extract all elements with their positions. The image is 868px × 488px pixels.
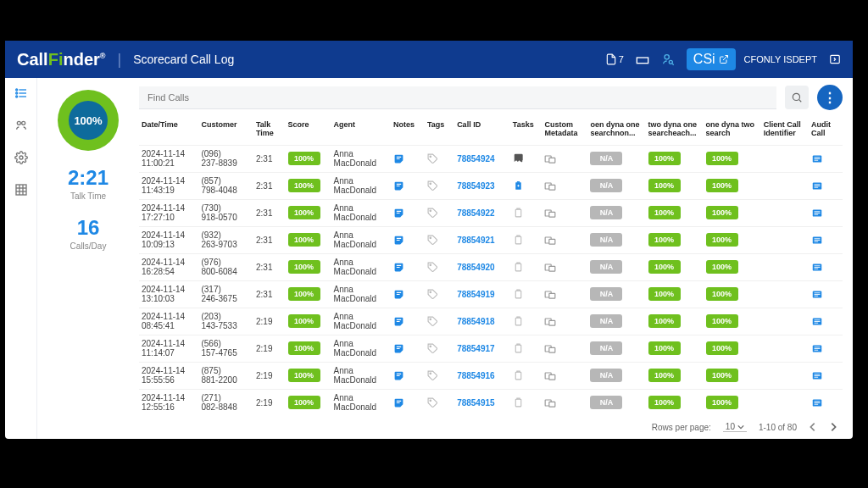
metadata-icon[interactable] (544, 397, 585, 408)
nav-item-list-icon[interactable] (14, 86, 28, 100)
tag-icon[interactable] (427, 370, 452, 381)
audit-icon[interactable] (811, 316, 840, 327)
task-icon[interactable] (513, 370, 540, 381)
col-notes[interactable]: Notes (391, 117, 425, 145)
note-icon[interactable] (393, 397, 422, 408)
call-id-link[interactable]: 78854920 (457, 263, 495, 272)
col-clientid[interactable]: Client Call Identifier (761, 117, 809, 145)
call-id-link[interactable]: 78854921 (457, 236, 495, 245)
table-row[interactable]: 2024-11-1410:09:13(932)263-97032:31100%A… (139, 226, 843, 253)
metadata-icon[interactable] (544, 343, 585, 354)
tag-icon[interactable] (427, 153, 452, 164)
search-user-icon[interactable] (661, 53, 675, 66)
col-callid[interactable]: Call ID (454, 117, 510, 145)
note-icon[interactable] (393, 316, 422, 327)
note-icon[interactable] (393, 370, 422, 381)
audit-icon[interactable] (811, 235, 840, 246)
tag-icon[interactable] (427, 180, 452, 191)
tag-icon[interactable] (427, 208, 452, 219)
call-id-link[interactable]: 78854923 (457, 181, 495, 191)
table-row[interactable]: 2024-11-1411:14:07(566)157-47652:19100%A… (139, 335, 843, 362)
col-dyn2[interactable]: two dyna one searcheach... (646, 117, 704, 145)
csi-button[interactable]: CSi (687, 48, 736, 70)
table-row[interactable]: 2024-11-1415:55:56(875)881-22002:19100%A… (139, 362, 843, 389)
task-icon[interactable] (513, 397, 540, 408)
metadata-icon[interactable] (544, 289, 585, 300)
task-icon[interactable] (513, 152, 540, 164)
task-icon[interactable] (513, 208, 540, 219)
col-tags[interactable]: Tags (425, 117, 454, 145)
table-row[interactable]: 2024-11-1413:10:03(317)246-36752:31100%A… (139, 280, 843, 308)
col-datetime[interactable]: Date/Time (139, 117, 198, 145)
col-custmeta[interactable]: Custom Metadata (542, 117, 587, 145)
audit-icon[interactable] (811, 289, 840, 300)
nav-item-grid-icon[interactable] (14, 183, 28, 197)
audit-icon[interactable] (811, 343, 840, 354)
metadata-icon[interactable] (544, 370, 585, 381)
table-row[interactable]: 2024-11-1417:27:10(730)918-05702:31100%A… (139, 199, 843, 226)
call-id-link[interactable]: 78854919 (457, 290, 495, 299)
metadata-icon[interactable] (544, 180, 585, 191)
col-audit[interactable]: Audit Call (809, 117, 843, 145)
documents-icon[interactable]: 7 (605, 53, 624, 65)
search-button[interactable] (785, 86, 809, 109)
audit-icon[interactable] (811, 180, 840, 191)
window-icon[interactable] (636, 54, 649, 64)
metadata-icon[interactable] (544, 262, 585, 273)
user-name[interactable]: CFONLY ISDEPT (744, 54, 817, 64)
metadata-icon[interactable] (544, 208, 585, 219)
logout-icon[interactable] (829, 53, 841, 65)
rows-per-page-select[interactable]: 10 (723, 422, 747, 432)
tag-icon[interactable] (427, 262, 452, 273)
audit-icon[interactable] (811, 370, 840, 381)
note-icon[interactable] (393, 208, 422, 219)
audit-icon[interactable] (811, 153, 840, 164)
metadata-icon[interactable] (544, 235, 585, 246)
tag-icon[interactable] (427, 343, 452, 354)
task-icon[interactable] (513, 235, 540, 246)
audit-icon[interactable] (811, 208, 840, 219)
task-icon[interactable] (513, 316, 540, 327)
audit-icon[interactable] (811, 397, 840, 408)
call-id-link[interactable]: 78854915 (457, 398, 495, 408)
task-icon[interactable] (513, 180, 540, 191)
nav-item-settings-icon[interactable] (14, 151, 28, 164)
more-actions-button[interactable]: ⋮ (817, 85, 843, 110)
col-dyn3[interactable]: one dyna two search (704, 117, 761, 145)
col-talk[interactable]: Talk Time (253, 117, 286, 145)
note-icon[interactable] (393, 343, 422, 354)
note-icon[interactable] (393, 262, 422, 273)
search-input[interactable] (139, 86, 776, 109)
call-id-link[interactable]: 78854922 (457, 208, 495, 218)
note-icon[interactable] (393, 235, 422, 246)
call-id-link[interactable]: 78854924 (457, 154, 495, 164)
call-id-link[interactable]: 78854918 (457, 317, 495, 326)
note-icon[interactable] (393, 289, 422, 300)
metadata-icon[interactable] (544, 153, 585, 164)
col-customer[interactable]: Customer (198, 117, 253, 145)
prev-page-button[interactable] (809, 422, 817, 432)
col-tasks[interactable]: Tasks (510, 117, 542, 145)
note-icon[interactable] (393, 180, 422, 191)
tag-icon[interactable] (427, 289, 452, 300)
task-icon[interactable] (513, 289, 540, 300)
tag-icon[interactable] (427, 235, 452, 246)
note-icon[interactable] (393, 153, 422, 164)
table-row[interactable]: 2024-11-1411:00:21(096)237-88392:31100%A… (139, 145, 843, 172)
call-id-link[interactable]: 78854916 (457, 371, 495, 380)
audit-icon[interactable] (811, 262, 840, 273)
table-row[interactable]: 2024-11-1411:43:19(857)798-40482:31100%A… (139, 172, 843, 199)
tag-icon[interactable] (427, 316, 452, 327)
col-dyn1[interactable]: oen dyna one searchnon... (587, 117, 645, 145)
table-row[interactable]: 2024-11-1416:28:54(976)800-60842:31100%A… (139, 253, 843, 280)
metadata-icon[interactable] (544, 316, 585, 327)
task-icon[interactable] (513, 343, 540, 354)
col-score[interactable]: Score (286, 117, 331, 145)
col-agent[interactable]: Agent (331, 117, 391, 145)
call-id-link[interactable]: 78854917 (457, 344, 495, 353)
table-row[interactable]: 2024-11-1412:55:16(271)082-88482:19100%A… (139, 389, 843, 413)
task-icon[interactable] (513, 262, 540, 273)
nav-item-agents-icon[interactable] (14, 119, 28, 132)
next-page-button[interactable] (829, 422, 837, 432)
table-row[interactable]: 2024-11-1408:45:41(203)143-75332:19100%A… (139, 308, 843, 335)
